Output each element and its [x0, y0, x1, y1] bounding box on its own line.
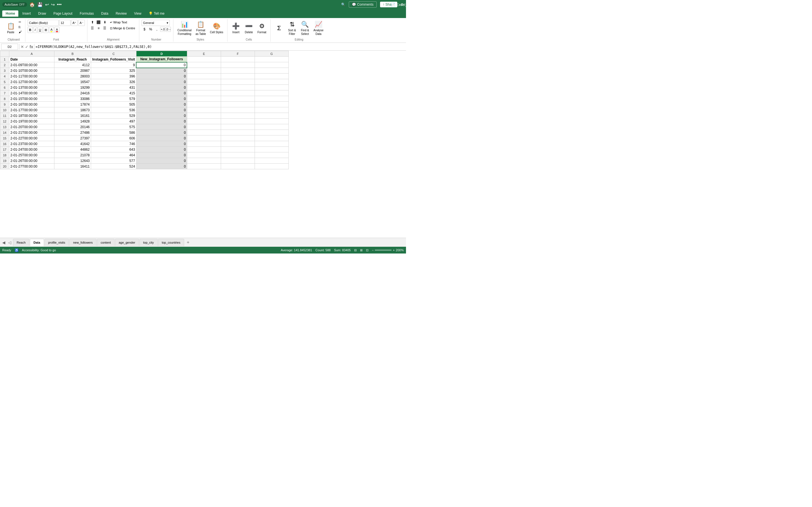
cell-E5[interactable] — [187, 79, 221, 85]
conditional-formatting-button[interactable]: 📊 Conditional Formatting — [175, 20, 193, 37]
cell-B9[interactable]: 17874 — [54, 102, 91, 107]
tab-draw[interactable]: Draw — [35, 10, 49, 17]
cell-G15[interactable] — [255, 135, 289, 141]
cell-C6[interactable]: 431 — [91, 85, 137, 91]
undo-icon[interactable]: ↩ — [45, 2, 49, 7]
cell-E1[interactable] — [187, 57, 221, 62]
view-page-icon[interactable]: ⊞ — [360, 248, 363, 252]
cell-F15[interactable] — [221, 135, 255, 141]
italic-button[interactable]: I — [33, 27, 37, 33]
cell-C16[interactable]: 746 — [91, 141, 137, 147]
cell-G11[interactable] — [255, 113, 289, 119]
cell-E16[interactable] — [187, 141, 221, 147]
insert-button[interactable]: ➕ Insert — [230, 20, 242, 37]
cell-C1[interactable]: Instagram_Followers_Visit — [91, 57, 137, 62]
number-format-dropdown[interactable]: General ▾ — [142, 20, 170, 26]
row-header[interactable]: 2 — [0, 62, 9, 68]
insert-function-icon[interactable]: fx — [30, 45, 33, 49]
cell-E11[interactable] — [187, 113, 221, 119]
col-header-F[interactable]: F — [221, 51, 255, 57]
zoom-slider[interactable] — [375, 249, 392, 251]
cell-F2[interactable] — [221, 62, 255, 68]
col-header-D[interactable]: D — [136, 51, 187, 57]
cell-D9[interactable]: 0 — [136, 102, 187, 107]
cell-B1[interactable]: Instagram_Reach — [54, 57, 91, 62]
cell-B6[interactable]: 19299 — [54, 85, 91, 91]
cell-B4[interactable]: 28003 — [54, 73, 91, 79]
cell-D7[interactable]: 0 — [136, 91, 187, 96]
cell-C7[interactable]: 415 — [91, 91, 137, 96]
cell-A12[interactable]: 2-01-19T00:00:00 — [9, 119, 54, 124]
cancel-formula-icon[interactable]: ✕ — [20, 45, 24, 49]
format-painter-button[interactable]: 🖌 — [17, 30, 23, 34]
comma-button[interactable]: , — [154, 27, 160, 32]
cell-E14[interactable] — [187, 130, 221, 135]
cell-G5[interactable] — [255, 79, 289, 85]
col-header-E[interactable]: E — [187, 51, 221, 57]
cell-F6[interactable] — [221, 85, 255, 91]
cell-G16[interactable] — [255, 141, 289, 147]
sheet-tab-top-city[interactable]: top_city — [140, 239, 158, 246]
col-header-G[interactable]: G — [255, 51, 289, 57]
row-header[interactable]: 15 — [0, 135, 9, 141]
cell-F17[interactable] — [221, 147, 255, 152]
align-top-button[interactable]: ⬆ — [90, 20, 95, 25]
cell-G10[interactable] — [255, 107, 289, 113]
cell-B16[interactable]: 41642 — [54, 141, 91, 147]
cell-F18[interactable] — [221, 152, 255, 158]
cell-F7[interactable] — [221, 91, 255, 96]
border-button[interactable]: ⊞ — [43, 27, 49, 33]
cell-G17[interactable] — [255, 147, 289, 152]
sheet-tab-age-gender[interactable]: age_gender — [115, 239, 139, 246]
cell-D11[interactable]: 0 — [136, 113, 187, 119]
cell-E20[interactable] — [187, 164, 221, 169]
cell-G2[interactable] — [255, 62, 289, 68]
cell-E7[interactable] — [187, 91, 221, 96]
align-right-button[interactable]: ☰ — [102, 25, 108, 31]
cell-G14[interactable] — [255, 130, 289, 135]
font-color-button[interactable]: A — [54, 27, 59, 33]
cell-F11[interactable] — [221, 113, 255, 119]
tab-insert[interactable]: Insert — [19, 10, 34, 17]
add-sheet-button[interactable]: ＋ — [185, 239, 192, 245]
currency-button[interactable]: $ — [142, 27, 147, 32]
cell-C9[interactable]: 505 — [91, 102, 137, 107]
cell-reference-box[interactable] — [1, 44, 18, 50]
cell-C4[interactable]: 396 — [91, 73, 137, 79]
col-header-B[interactable]: B — [54, 51, 91, 57]
cell-D5[interactable]: 0 — [136, 79, 187, 85]
cell-D18[interactable]: 0 — [136, 152, 187, 158]
cell-E9[interactable] — [187, 102, 221, 107]
cell-F3[interactable] — [221, 68, 255, 73]
cell-D2[interactable]: 0 — [136, 62, 187, 68]
comments-button[interactable]: 💬 Comments — [349, 1, 376, 8]
sheet-tab-data[interactable]: Data — [30, 239, 44, 246]
save-icon[interactable]: 💾 — [37, 2, 43, 7]
cell-C15[interactable]: 606 — [91, 135, 137, 141]
tab-formulas[interactable]: Formulas — [77, 10, 97, 17]
cell-B5[interactable]: 16547 — [54, 79, 91, 85]
tab-review[interactable]: Review — [112, 10, 130, 17]
align-center-button[interactable]: ≡ — [96, 25, 101, 31]
search-icon[interactable]: 🔍 — [341, 3, 345, 6]
cell-A1[interactable]: Date — [9, 57, 54, 62]
row-header[interactable]: 3 — [0, 68, 9, 73]
cell-F20[interactable] — [221, 164, 255, 169]
cell-F4[interactable] — [221, 73, 255, 79]
cell-D20[interactable]: 0 — [136, 164, 187, 169]
cell-C3[interactable]: 325 — [91, 68, 137, 73]
sheet-tab-profile-visits[interactable]: profile_visits — [45, 239, 69, 246]
cell-A5[interactable]: 2-01-12T00:00:00 — [9, 79, 54, 85]
cell-F12[interactable] — [221, 119, 255, 124]
cell-A2[interactable]: 2-01-09T00:00:00 — [9, 62, 54, 68]
font-size-increase-button[interactable]: A⁺ — [71, 20, 78, 26]
cell-B3[interactable]: 20987 — [54, 68, 91, 73]
cell-A6[interactable]: 2-01-13T00:00:00 — [9, 85, 54, 91]
tab-page-layout[interactable]: Page Layout — [50, 10, 75, 17]
cell-D4[interactable]: 0 — [136, 73, 187, 79]
cell-G20[interactable] — [255, 164, 289, 169]
cell-D15[interactable]: 0 — [136, 135, 187, 141]
cell-E18[interactable] — [187, 152, 221, 158]
cell-F14[interactable] — [221, 130, 255, 135]
redo-icon[interactable]: ↪ — [51, 2, 55, 7]
